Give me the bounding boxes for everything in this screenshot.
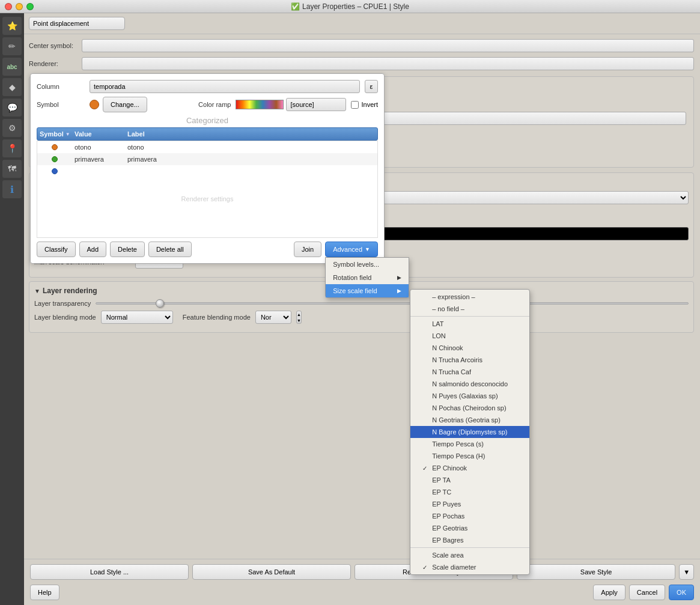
table-header: Symbol ▼ Value Label [37,127,378,141]
delete-all-button[interactable]: Delete all [148,242,192,257]
scale-item-tiempo-pesca-s[interactable]: Tiempo Pesca (s) [410,438,529,450]
renderer-row: Renderer: [29,57,694,70]
right-buttons: Apply Cancel OK [593,585,694,600]
feature-blend-down[interactable]: ▼ [297,317,301,323]
load-style-button[interactable]: Load Style ... [30,564,189,580]
add-button[interactable]: Add [79,242,107,257]
scale-item-lon[interactable]: LON [410,330,529,342]
apply-button[interactable]: Apply [593,585,625,600]
renderer-type-select[interactable]: Point displacement [29,17,125,30]
sidebar-icon-star[interactable]: ⭐ [2,17,22,35]
save-style-dropdown[interactable]: ▼ [679,564,694,580]
sort-arrow-icon[interactable]: ▼ [65,132,70,137]
help-button[interactable]: Help [30,585,59,600]
symbol-levels-item[interactable]: Symbol levels... [326,258,409,271]
scale-item-ep-ta[interactable]: EP TA [410,474,529,486]
scale-item-ep-geotrias[interactable]: EP Geotrias [410,522,529,534]
sidebar-icon-map[interactable]: 🗺 [2,160,22,178]
style-buttons-row: Load Style ... Save As Default Restore D… [24,559,700,582]
transparency-slider[interactable] [96,302,689,305]
scale-item-ep-chinook[interactable]: ✓ EP Chinook [410,462,529,474]
feature-blend-spinner[interactable]: ▲ ▼ [296,311,302,324]
feature-blending-select[interactable]: Nor [255,311,291,324]
invert-checkbox[interactable] [351,101,359,109]
close-button[interactable] [5,3,12,10]
scale-divider-1 [410,316,529,317]
color-ramp-group: [source] [236,98,346,111]
scale-item-n-geotrias[interactable]: N Geotrias (Geotria sp) [410,414,529,426]
delete-button[interactable]: Delete [110,242,145,257]
sidebar-icon-edit[interactable]: ✏ [2,37,22,55]
row2-value: primavera [75,155,123,163]
rotation-submenu-arrow: ▶ [397,275,401,281]
symbol-col-header: Symbol ▼ [40,130,70,138]
blending-select[interactable]: Normal [101,311,173,324]
table-empty-space: Renderer settings [37,177,377,237]
transparency-thumb[interactable] [156,299,164,308]
scale-item-no-field[interactable]: – no field – [410,303,529,315]
scale-item-ep-bagres[interactable]: EP Bagres [410,534,529,546]
size-scale-field-item[interactable]: Size scale field ▶ [326,284,409,297]
rendering-title-text: Layer rendering [43,287,97,295]
feature-blend-up[interactable]: ▲ [297,311,301,317]
transparency-label: Layer transparency [34,300,91,307]
row1-value: otono [75,143,123,151]
scale-item-n-puyes[interactable]: N Puyes (Galaxias sp) [410,390,529,402]
classify-button-row: Classify Add Delete Delete all Join Adva… [37,242,378,257]
cancel-button[interactable]: Cancel [629,585,665,600]
size-scale-submenu-arrow: ▶ [397,288,401,294]
scale-item-n-chinook[interactable]: N Chinook [410,342,529,354]
scale-item-n-trucha-arcoiris[interactable]: N Trucha Arcoiris [410,354,529,366]
row2-dot [52,156,58,162]
sidebar-icon-diamond[interactable]: ◆ [2,78,22,96]
join-button[interactable]: Join [294,242,321,257]
ok-button[interactable]: OK [669,585,694,600]
center-symbol-label: Center symbol: [29,42,77,49]
feature-blending-label: Feature blending mode [183,314,251,321]
scale-divider-2 [410,547,529,548]
scale-item-ep-tc[interactable]: EP TC [410,486,529,498]
scale-item-expression[interactable]: – expression – [410,291,529,303]
scale-item-lat[interactable]: LAT [410,318,529,330]
symbol-dot-preview [90,100,99,109]
sidebar-icon-chat[interactable]: 💬 [2,99,22,117]
column-expression-button[interactable]: ε [365,80,378,93]
classify-button[interactable]: Classify [37,242,76,257]
classify-panel: Column temporada ε Symbol Change... Colo… [30,73,385,264]
scale-item-n-salmonido[interactable]: N salmonido desconocido [410,378,529,390]
rendering-collapse-arrow[interactable]: ▼ [34,288,40,294]
sidebar-icon-abc[interactable]: abc [2,58,22,76]
categorized-faded: Categorized [37,116,378,125]
change-symbol-button[interactable]: Change... [103,97,147,112]
sidebar-icon-info[interactable]: ℹ [2,180,22,198]
minimize-button[interactable] [16,3,23,10]
transparency-row: Layer transparency [34,300,689,307]
scale-item-n-bagre[interactable]: N Bagre (Diplomystes sp) [410,426,529,438]
maximize-button[interactable] [26,3,34,10]
scale-item-scale-diameter[interactable]: ✓ Scale diameter [410,561,529,573]
sidebar-icon-pin[interactable]: 📍 [2,139,22,157]
titlebar-icon: ✅ [291,2,300,11]
rotation-field-item[interactable]: Rotation field ▶ [326,271,409,284]
column-select[interactable]: temporada [90,80,360,93]
save-style-button[interactable]: Save Style [517,564,675,580]
color-ramp-select[interactable]: [source] [286,98,346,111]
scale-item-ep-puyes[interactable]: EP Puyes [410,498,529,510]
scale-item-n-trucha-caf[interactable]: N Trucha Caf [410,366,529,378]
center-symbol-control[interactable] [82,39,694,52]
advanced-button[interactable]: Advanced ▼ [325,242,378,257]
renderer-control[interactable] [82,57,694,70]
scale-item-tiempo-pesca-h[interactable]: Tiempo Pesca (H) [410,450,529,462]
scale-item-ep-pochas[interactable]: EP Pochas [410,510,529,522]
center-symbol-row: Center symbol: [29,39,694,52]
size-scale-submenu: – expression – – no field – LAT [410,289,530,575]
scale-item-n-pochas[interactable]: N Pochas (Cheirodon sp) [410,402,529,414]
row3-dot [52,168,58,174]
color-ramp-label: Color ramp [198,101,231,108]
sidebar-icon-gear[interactable]: ⚙ [2,119,22,137]
row2-label: primavera [127,155,375,163]
scale-item-scale-area[interactable]: Scale area [410,549,529,561]
symbol-colorramp-row: Symbol Change... Color ramp [source] [37,97,378,112]
save-as-default-button[interactable]: Save As Default [192,564,351,580]
advanced-dropdown-menu: Symbol levels... Rotation field ▶ Size s… [325,257,409,298]
